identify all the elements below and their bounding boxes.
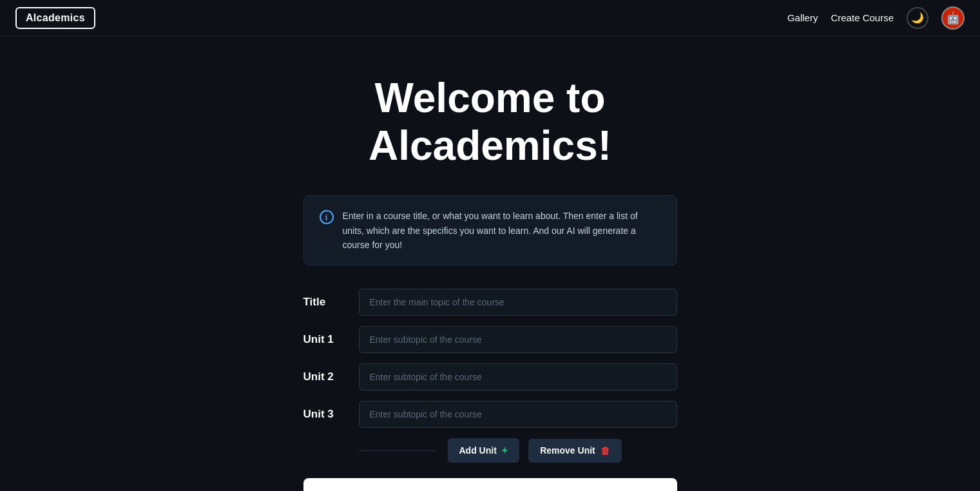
dark-mode-toggle[interactable]: 🌙 bbox=[907, 7, 928, 29]
add-unit-button[interactable]: Add Unit + bbox=[448, 438, 520, 463]
info-text: Enter in a course title, or what you wan… bbox=[343, 209, 661, 252]
unit-row-3: Unit 3 bbox=[303, 401, 677, 428]
nav-right: Gallery Create Course 🌙 🤖 bbox=[787, 6, 965, 30]
unit-row-2: Unit 2 bbox=[303, 363, 677, 390]
unit-1-input[interactable] bbox=[359, 326, 677, 353]
hero-title: Welcome to Alcademics! bbox=[369, 75, 611, 169]
avatar[interactable]: 🤖 bbox=[941, 6, 965, 30]
submit-button[interactable]: Lets Go! bbox=[303, 478, 677, 491]
unit-action-row: Add Unit + Remove Unit 🗑 bbox=[303, 438, 677, 463]
title-input[interactable] bbox=[359, 289, 677, 316]
remove-unit-label: Remove Unit bbox=[540, 445, 595, 456]
hero-title-line2: Alcademics! bbox=[369, 122, 611, 169]
plus-icon: + bbox=[502, 445, 508, 456]
nav-create-course-link[interactable]: Create Course bbox=[831, 12, 894, 23]
title-row: Title bbox=[303, 289, 677, 316]
remove-unit-button[interactable]: Remove Unit 🗑 bbox=[528, 439, 622, 463]
unit-1-label: Unit 1 bbox=[303, 333, 349, 346]
moon-icon: 🌙 bbox=[911, 12, 924, 24]
unit-3-label: Unit 3 bbox=[303, 408, 349, 421]
unit-row-1: Unit 1 bbox=[303, 326, 677, 353]
main-content: Welcome to Alcademics! i Enter in a cour… bbox=[0, 36, 980, 491]
navbar: Alcademics Gallery Create Course 🌙 🤖 bbox=[0, 0, 980, 36]
form-container: Title Unit 1 Unit 2 Unit 3 Add Unit + bbox=[303, 289, 677, 491]
avatar-icon: 🤖 bbox=[946, 11, 960, 25]
units-container: Unit 1 Unit 2 Unit 3 bbox=[303, 326, 677, 428]
hero-title-line1: Welcome to bbox=[375, 75, 606, 121]
divider bbox=[359, 450, 436, 451]
unit-2-input[interactable] bbox=[359, 363, 677, 390]
add-unit-label: Add Unit bbox=[459, 445, 497, 456]
nav-logo[interactable]: Alcademics bbox=[15, 7, 95, 29]
nav-gallery-link[interactable]: Gallery bbox=[787, 12, 818, 23]
info-icon: i bbox=[320, 210, 334, 224]
info-box: i Enter in a course title, or what you w… bbox=[303, 195, 677, 265]
unit-2-label: Unit 2 bbox=[303, 371, 349, 383]
trash-icon: 🗑 bbox=[600, 445, 610, 456]
title-label: Title bbox=[303, 296, 349, 309]
unit-3-input[interactable] bbox=[359, 401, 677, 428]
